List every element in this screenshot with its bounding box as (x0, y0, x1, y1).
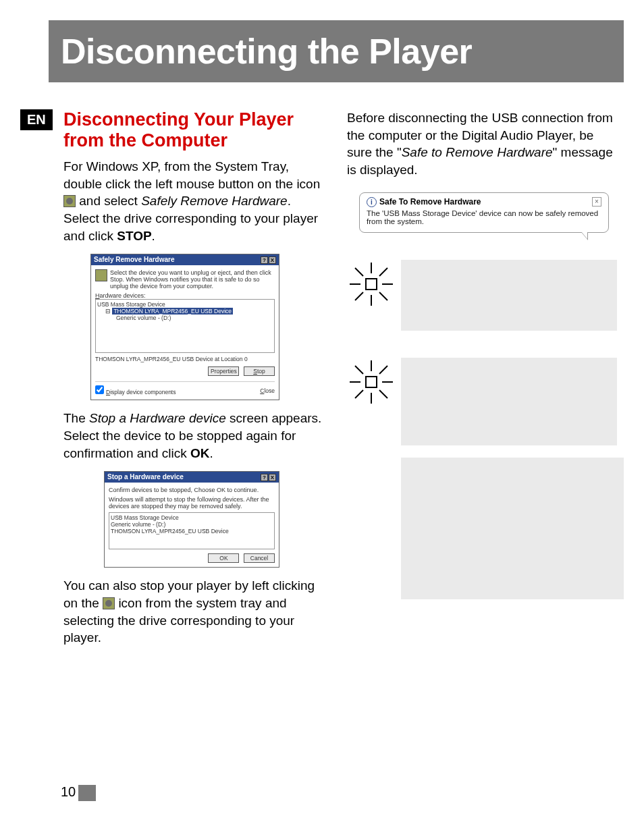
paragraph-1: For Windows XP, from the System Tray, do… (63, 158, 328, 244)
list-item[interactable]: USB Mass Storage Device (97, 301, 273, 308)
button-row: OK Cancel (109, 553, 275, 563)
window-buttons: ?X (260, 473, 276, 481)
paragraph-2: The Stop a Hardware device screen appear… (63, 410, 328, 462)
balloon-header: iSafe To Remove Hardware × (367, 197, 601, 207)
text: Confirm devices to be stopped, Choose OK… (109, 487, 275, 493)
cancel-button[interactable]: Cancel (244, 553, 275, 563)
text: For Windows XP, from the System Tray, do… (63, 159, 320, 191)
text-italic: Stop a Hardware device (89, 411, 226, 425)
svg-rect-9 (366, 377, 377, 387)
svg-line-5 (355, 268, 363, 276)
balloon-close-icon[interactable]: × (592, 197, 601, 207)
section-heading: Disconnecting Your Player from the Compu… (63, 109, 328, 151)
location-text: THOMSON LYRA_MPR2456_EU USB Device at Lo… (95, 356, 275, 362)
list-item[interactable]: Generic volume - (D:) (111, 521, 273, 528)
page-number: 10 (61, 784, 76, 800)
stop-button[interactable]: Stop (244, 366, 275, 376)
screenshot-placeholder (401, 458, 624, 599)
svg-line-14 (355, 366, 363, 374)
dialog-titlebar: Safely Remove Hardware ?X (91, 254, 279, 265)
text-italic: Safe to Remove Hardware (402, 145, 553, 159)
dialog-body: Select the device you want to unplug or … (91, 265, 279, 400)
device-listbox[interactable]: USB Mass Storage Device Generic volume -… (109, 512, 275, 549)
checkbox-row: Display device components Close (95, 381, 275, 395)
sunburst-icon (347, 358, 396, 406)
svg-line-8 (355, 292, 363, 300)
language-tag: EN (20, 109, 53, 130)
page-tab-decoration (78, 785, 96, 801)
dialog-body: Confirm devices to be stopped, Choose OK… (105, 483, 279, 567)
screenshot-placeholder (401, 358, 617, 445)
title-banner: Disconnecting the Player (49, 20, 624, 82)
list-item[interactable]: Generic volume - (D:) (97, 315, 273, 321)
dialog-titlebar: Stop a Hardware device ?X (105, 472, 279, 483)
dialog-instruction: Select the device you want to unplug or … (95, 269, 275, 290)
safely-remove-hardware-dialog: Safely Remove Hardware ?X Select the dev… (90, 254, 279, 400)
svg-line-17 (355, 390, 363, 398)
svg-line-7 (379, 268, 387, 276)
window-buttons: ?X (260, 256, 276, 264)
text: and select (76, 194, 141, 208)
right-column: Before disconnecting the USB connection … (347, 109, 617, 651)
usb-icon (95, 269, 107, 281)
list-item[interactable]: USB Mass Storage Device (111, 514, 273, 521)
svg-line-6 (379, 292, 387, 300)
content-area: Disconnecting Your Player from the Compu… (63, 109, 617, 651)
text: ardware devices: (100, 292, 146, 299)
stop-hardware-dialog: Stop a Hardware device ?X Confirm device… (104, 471, 279, 568)
text-bold: OK (190, 446, 210, 460)
info-icon: i (367, 197, 377, 207)
text: The (63, 411, 89, 425)
svg-line-16 (379, 366, 387, 374)
text: . (152, 229, 155, 243)
properties-button[interactable]: Properties (208, 366, 239, 376)
placeholder-row-2 (347, 358, 617, 445)
notification-balloon: iSafe To Remove Hardware × The 'USB Mass… (359, 192, 609, 233)
page-title: Disconnecting the Player (61, 31, 472, 72)
systray-icon (63, 195, 76, 207)
dialog-title: Stop a Hardware device (107, 473, 184, 481)
help-icon[interactable]: ? (261, 256, 268, 264)
text: Windows will attempt to stop the followi… (109, 496, 275, 510)
balloon-title: Safe To Remove Hardware (379, 197, 481, 207)
sunburst-icon (347, 260, 396, 308)
close-icon[interactable]: X (269, 256, 276, 264)
display-components-checkbox[interactable]: Display device components (95, 385, 176, 395)
close-button[interactable]: Close (260, 387, 275, 394)
screenshot-placeholder (401, 260, 617, 331)
placeholder-row-1 (347, 260, 617, 331)
close-icon[interactable]: X (269, 474, 276, 481)
systray-icon (103, 597, 115, 609)
ok-button[interactable]: OK (208, 553, 239, 563)
hardware-listbox[interactable]: USB Mass Storage Device ⊟ THOMSON LYRA_M… (95, 299, 275, 353)
hardware-label: Hardware devices: (95, 292, 275, 299)
text-bold: STOP (117, 229, 151, 243)
balloon-title-wrap: iSafe To Remove Hardware (367, 197, 481, 207)
dialog-title: Safely Remove Hardware (94, 256, 175, 264)
help-icon[interactable]: ? (261, 474, 268, 481)
paragraph-3: You can also stop your player by left cl… (63, 577, 328, 647)
text: . (209, 446, 213, 460)
svg-line-15 (379, 390, 387, 398)
balloon-message: The 'USB Mass Storage Device' device can… (367, 209, 601, 225)
left-column: Disconnecting Your Player from the Compu… (63, 109, 328, 651)
list-item-selected[interactable]: THOMSON LYRA_MPR2456_EU USB Device (112, 308, 233, 315)
text: Select the device you want to unplug or … (110, 269, 275, 290)
svg-rect-0 (366, 279, 377, 290)
paragraph-right-1: Before disconnecting the USB connection … (347, 109, 617, 179)
list-item[interactable]: THOMSON LYRA_MPR2456_EU USB Device (111, 528, 273, 535)
button-row: Properties Stop (95, 366, 275, 376)
text-italic: Safely Remove Hardware (141, 194, 287, 208)
